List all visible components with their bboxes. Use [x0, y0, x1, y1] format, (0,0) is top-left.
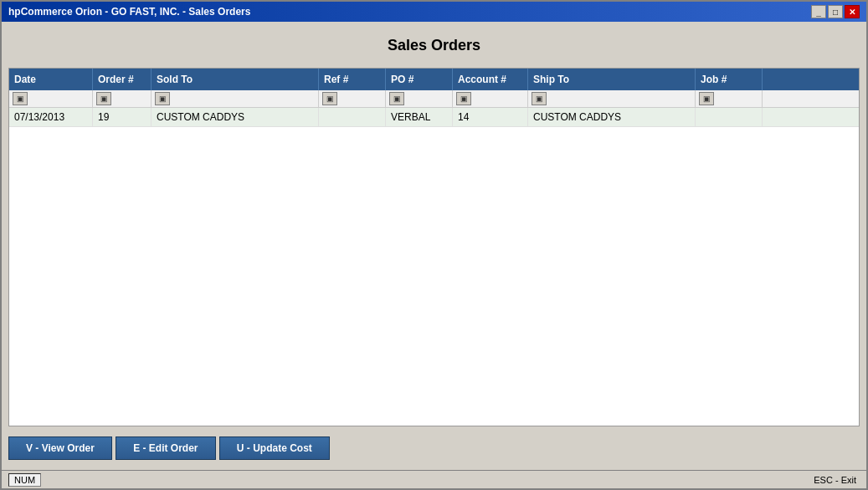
- maximize-button[interactable]: □: [828, 5, 843, 18]
- col-job-num: Job #: [696, 69, 763, 90]
- col-date: Date: [9, 69, 93, 90]
- filter-ref-num[interactable]: ▣: [319, 90, 386, 107]
- filter-date-btn[interactable]: ▣: [13, 92, 28, 105]
- close-button[interactable]: ✕: [845, 5, 860, 18]
- filter-job-num[interactable]: ▣: [696, 90, 763, 107]
- filter-job-btn[interactable]: ▣: [699, 92, 714, 105]
- col-ref-num: Ref #: [319, 69, 386, 90]
- filter-sold-to-btn[interactable]: ▣: [155, 92, 170, 105]
- filter-order-num[interactable]: ▣: [93, 90, 152, 107]
- filter-order-btn[interactable]: ▣: [96, 92, 111, 105]
- col-po-num: PO #: [386, 69, 453, 90]
- window-title: hpCommerce Orion - GO FAST, INC. - Sales…: [8, 6, 250, 18]
- filter-po-num[interactable]: ▣: [386, 90, 453, 107]
- col-account-num: Account #: [453, 69, 528, 90]
- status-num: NUM: [8, 473, 41, 487]
- cell-ship-to: CUSTOM CADDYS: [528, 108, 696, 126]
- table-row[interactable]: 07/13/2013 19 CUSTOM CADDYS VERBAL 14 CU…: [9, 108, 859, 127]
- window-controls: _ □ ✕: [811, 5, 860, 18]
- filter-ref-btn[interactable]: ▣: [322, 92, 337, 105]
- grid-filter-row: ▣ ▣ ▣ ▣ ▣ ▣ ▣: [9, 90, 859, 108]
- title-bar: hpCommerce Orion - GO FAST, INC. - Sales…: [2, 2, 866, 22]
- col-ship-to: Ship To: [528, 69, 696, 90]
- grid-body: 07/13/2013 19 CUSTOM CADDYS VERBAL 14 CU…: [9, 108, 859, 426]
- filter-po-btn[interactable]: ▣: [389, 92, 404, 105]
- content-area: Sales Orders Date Order # Sold To Ref # …: [2, 22, 866, 470]
- cell-order-num: 19: [93, 108, 152, 126]
- filter-ship-to[interactable]: ▣: [528, 90, 696, 107]
- filter-ship-to-btn[interactable]: ▣: [532, 92, 547, 105]
- edit-order-button[interactable]: E - Edit Order: [116, 436, 216, 460]
- cell-ref-num: [319, 108, 386, 126]
- main-window: hpCommerce Orion - GO FAST, INC. - Sales…: [0, 0, 868, 490]
- button-bar: V - View Order E - Edit Order U - Update…: [8, 433, 860, 463]
- sales-orders-grid: Date Order # Sold To Ref # PO # Account …: [8, 68, 860, 426]
- filter-account-btn[interactable]: ▣: [456, 92, 471, 105]
- cell-job-num: [696, 108, 763, 126]
- page-title: Sales Orders: [8, 37, 860, 54]
- filter-date[interactable]: ▣: [9, 90, 93, 107]
- filter-sold-to[interactable]: ▣: [152, 90, 319, 107]
- status-bar: NUM ESC - Exit: [2, 470, 866, 488]
- minimize-button[interactable]: _: [811, 5, 826, 18]
- cell-account-num: 14: [453, 108, 528, 126]
- status-esc: ESC - Exit: [807, 474, 863, 486]
- cell-po-num: VERBAL: [386, 108, 453, 126]
- cell-sold-to: CUSTOM CADDYS: [152, 108, 319, 126]
- col-sold-to: Sold To: [152, 69, 319, 90]
- col-order-num: Order #: [93, 69, 152, 90]
- view-order-button[interactable]: V - View Order: [8, 436, 112, 460]
- cell-date: 07/13/2013: [9, 108, 93, 126]
- filter-account-num[interactable]: ▣: [453, 90, 528, 107]
- update-cost-button[interactable]: U - Update Cost: [219, 436, 330, 460]
- grid-header: Date Order # Sold To Ref # PO # Account …: [9, 69, 859, 90]
